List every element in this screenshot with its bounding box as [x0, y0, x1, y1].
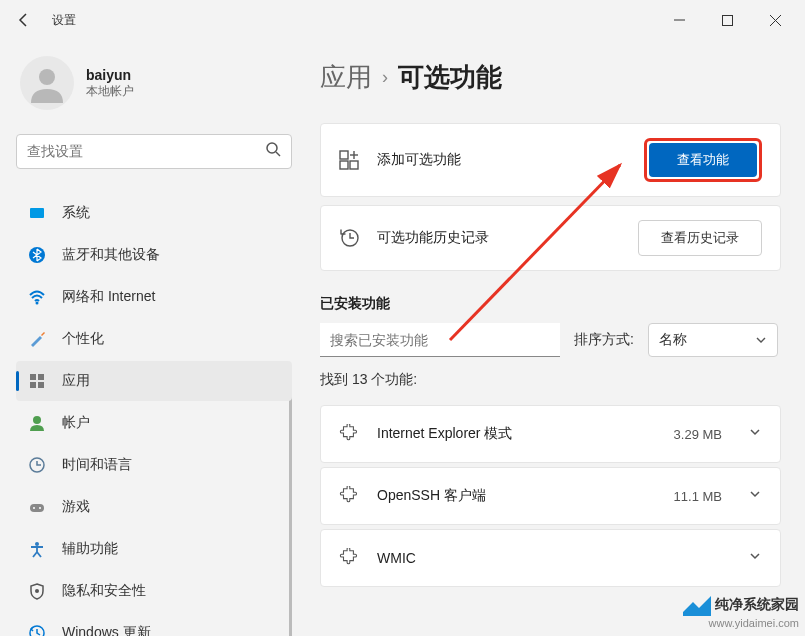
sidebar-item-apps[interactable]: 应用 — [16, 361, 292, 401]
add-feature-card: 添加可选功能 查看功能 — [320, 123, 781, 197]
title-bar: 设置 — [0, 0, 805, 40]
sidebar-item-privacy[interactable]: 隐私和安全性 — [16, 571, 292, 611]
avatar — [20, 56, 74, 110]
apps-icon — [28, 372, 46, 390]
svg-rect-13 — [38, 382, 44, 388]
feature-row[interactable]: WMIC — [320, 529, 781, 587]
breadcrumb: 应用 › 可选功能 — [320, 60, 781, 95]
sidebar-item-gaming[interactable]: 游戏 — [16, 487, 292, 527]
history-label: 可选功能历史记录 — [377, 229, 620, 247]
add-feature-label: 添加可选功能 — [377, 151, 626, 169]
sidebar-item-update[interactable]: Windows 更新 — [16, 613, 292, 636]
window-title: 设置 — [52, 12, 76, 29]
user-type: 本地帐户 — [86, 83, 134, 100]
feature-size: 3.29 MB — [674, 427, 722, 442]
feature-name: Internet Explorer 模式 — [377, 425, 656, 443]
svg-rect-24 — [350, 161, 358, 169]
svg-point-5 — [267, 143, 277, 153]
highlight-box: 查看功能 — [644, 138, 762, 182]
time-icon — [28, 456, 46, 474]
svg-rect-16 — [30, 504, 44, 512]
wifi-icon — [28, 288, 46, 306]
content-area: 应用 › 可选功能 添加可选功能 查看功能 可选功能历史记录 查看历史记录 已安… — [308, 40, 805, 636]
sidebar-item-label: 游戏 — [62, 498, 90, 516]
svg-rect-22 — [340, 151, 348, 159]
user-block[interactable]: baiyun 本地帐户 — [16, 40, 292, 134]
svg-rect-7 — [30, 208, 44, 218]
minimize-icon — [674, 15, 685, 26]
chevron-down-icon — [748, 487, 762, 505]
sidebar-item-time[interactable]: 时间和语言 — [16, 445, 292, 485]
chevron-down-icon — [755, 334, 767, 346]
sidebar-item-account[interactable]: 帐户 — [16, 403, 292, 443]
svg-rect-23 — [340, 161, 348, 169]
sidebar-item-label: 时间和语言 — [62, 456, 132, 474]
page-title: 可选功能 — [398, 60, 502, 95]
svg-point-4 — [39, 69, 55, 85]
minimize-button[interactable] — [657, 5, 701, 35]
sort-value: 名称 — [659, 331, 687, 349]
chevron-down-icon — [748, 425, 762, 443]
breadcrumb-parent[interactable]: 应用 — [320, 60, 372, 95]
add-feature-icon — [339, 150, 359, 170]
sidebar-item-bluetooth[interactable]: 蓝牙和其他设备 — [16, 235, 292, 275]
sidebar-item-wifi[interactable]: 网络和 Internet — [16, 277, 292, 317]
history-icon — [339, 228, 359, 248]
sidebar-item-label: 个性化 — [62, 330, 104, 348]
system-icon — [28, 204, 46, 222]
sidebar-item-label: 网络和 Internet — [62, 288, 155, 306]
arrow-left-icon — [16, 12, 32, 28]
sidebar-item-label: Windows 更新 — [62, 624, 151, 636]
installed-title: 已安装功能 — [320, 295, 781, 313]
chevron-down-icon — [748, 549, 762, 567]
feature-list: Internet Explorer 模式3.29 MBOpenSSH 客户端11… — [320, 405, 781, 587]
svg-point-19 — [35, 542, 39, 546]
maximize-button[interactable] — [705, 5, 749, 35]
sidebar: baiyun 本地帐户 系统蓝牙和其他设备网络和 Internet个性化应用帐户… — [0, 40, 308, 636]
feature-row[interactable]: Internet Explorer 模式3.29 MB — [320, 405, 781, 463]
account-icon — [28, 414, 46, 432]
svg-point-14 — [33, 416, 41, 424]
svg-point-17 — [33, 507, 35, 509]
sidebar-item-label: 蓝牙和其他设备 — [62, 246, 160, 264]
feature-row[interactable]: OpenSSH 客户端11.1 MB — [320, 467, 781, 525]
puzzle-icon — [339, 548, 359, 568]
close-button[interactable] — [753, 5, 797, 35]
puzzle-icon — [339, 424, 359, 444]
back-button[interactable] — [8, 4, 40, 36]
accessibility-icon — [28, 540, 46, 558]
search-input[interactable] — [27, 143, 265, 159]
maximize-icon — [722, 15, 733, 26]
watermark: 纯净系统家园 www.yidaimei.com — [683, 595, 799, 630]
installed-search-input[interactable] — [320, 323, 560, 357]
view-features-button[interactable]: 查看功能 — [649, 143, 757, 177]
sort-label: 排序方式: — [574, 331, 634, 349]
sidebar-item-accessibility[interactable]: 辅助功能 — [16, 529, 292, 569]
sidebar-item-label: 应用 — [62, 372, 90, 390]
puzzle-icon — [339, 486, 359, 506]
sidebar-item-label: 帐户 — [62, 414, 90, 432]
svg-rect-11 — [38, 374, 44, 380]
sort-select[interactable]: 名称 — [648, 323, 778, 357]
chevron-right-icon: › — [382, 67, 388, 88]
result-count: 找到 13 个功能: — [320, 371, 781, 389]
view-history-button[interactable]: 查看历史记录 — [638, 220, 762, 256]
svg-rect-1 — [722, 15, 732, 25]
user-name: baiyun — [86, 67, 134, 83]
search-box[interactable] — [16, 134, 292, 169]
sidebar-item-label: 辅助功能 — [62, 540, 118, 558]
svg-rect-10 — [30, 374, 36, 380]
sidebar-item-label: 系统 — [62, 204, 90, 222]
svg-point-9 — [36, 301, 39, 304]
svg-point-18 — [39, 507, 41, 509]
person-icon — [27, 63, 67, 103]
nav-list: 系统蓝牙和其他设备网络和 Internet个性化应用帐户时间和语言游戏辅助功能隐… — [16, 193, 292, 636]
update-icon — [28, 624, 46, 636]
brush-icon — [28, 330, 46, 348]
svg-line-6 — [276, 152, 280, 156]
feature-name: OpenSSH 客户端 — [377, 487, 656, 505]
history-card: 可选功能历史记录 查看历史记录 — [320, 205, 781, 271]
sidebar-item-system[interactable]: 系统 — [16, 193, 292, 233]
sidebar-item-label: 隐私和安全性 — [62, 582, 146, 600]
sidebar-item-brush[interactable]: 个性化 — [16, 319, 292, 359]
